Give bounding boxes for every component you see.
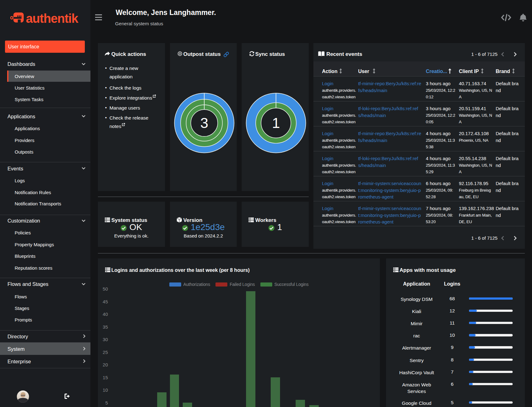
- svg-text:1: 1: [272, 115, 280, 131]
- svg-text:authentik: authentik: [26, 12, 79, 25]
- svg-text:3: 3: [200, 115, 208, 131]
